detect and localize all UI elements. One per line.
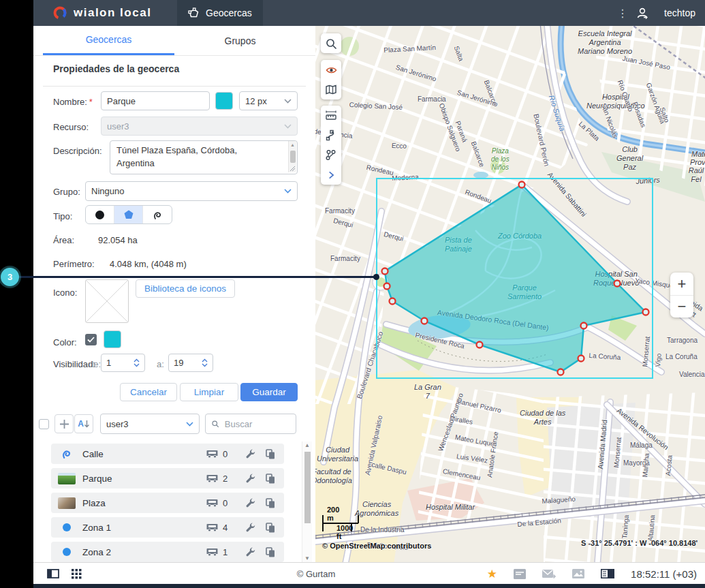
wrench-icon (245, 523, 255, 533)
cancel-button[interactable]: Cancelar (120, 383, 177, 401)
chevron-down-icon (284, 124, 292, 129)
geofence-vertex-handle[interactable] (643, 309, 649, 315)
route-tool-button[interactable] (321, 125, 341, 145)
geofence-vertex-handle[interactable] (519, 182, 525, 188)
copy-geofence-button[interactable] (264, 523, 277, 533)
description-textarea[interactable]: Túnel Plaza España, Córdoba, Argentina (110, 140, 298, 174)
edit-geofence-button[interactable] (243, 547, 257, 557)
geofence-list-item[interactable]: Zona 1 4 (51, 517, 284, 538)
wrench-icon (245, 498, 255, 508)
geofence-color-swatch[interactable] (104, 330, 121, 348)
copy-icon (266, 449, 275, 459)
copy-icon (266, 474, 275, 484)
list-scrollbar[interactable]: ▲▼ (302, 442, 312, 562)
notes-icon[interactable] (514, 569, 526, 579)
ruler-icon (325, 110, 337, 122)
group-select[interactable]: Ninguno (85, 181, 298, 201)
geofence-vertex-handle[interactable] (614, 281, 621, 287)
geofence-polygon[interactable] (385, 185, 646, 372)
edit-geofence-button[interactable] (243, 523, 257, 533)
mail-icon[interactable] (542, 569, 556, 579)
search-input[interactable] (223, 418, 290, 430)
nodes-tool-button[interactable] (321, 145, 341, 165)
geofence-polygon-icon (188, 7, 200, 18)
select-all-checkbox[interactable] (39, 419, 49, 429)
more-menu-icon[interactable]: ⋮ (617, 12, 621, 15)
visibility-to-stepper[interactable]: 19 (168, 354, 213, 372)
geofence-vertex-handle[interactable] (384, 283, 390, 290)
color-checkbox[interactable] (85, 334, 97, 345)
geofence-vertex-handle[interactable] (422, 318, 428, 324)
user-account-icon[interactable] (636, 7, 649, 20)
label-color-swatch[interactable] (215, 92, 233, 110)
copy-geofence-button[interactable] (264, 474, 277, 484)
sort-button[interactable]: A (74, 414, 93, 433)
type-polygon-button[interactable] (114, 206, 143, 223)
copy-geofence-button[interactable] (264, 547, 277, 557)
zoom-out-button[interactable]: − (670, 295, 693, 318)
add-geofence-button[interactable] (54, 414, 74, 433)
clear-button[interactable]: Limpiar (180, 383, 238, 401)
type-line-button[interactable] (143, 206, 172, 223)
geofence-type-switch (85, 205, 172, 224)
tab-groups[interactable]: Grupos (174, 26, 306, 55)
geofence-vertex-handle[interactable] (477, 342, 483, 348)
search-box[interactable] (205, 414, 296, 434)
description-scrollbar[interactable]: ▲ (288, 141, 296, 172)
copy-geofence-button[interactable] (264, 449, 277, 459)
image-icon[interactable] (572, 569, 584, 578)
geofence-list-item[interactable]: Plaza 0 (51, 493, 284, 513)
expand-controls-button[interactable] (321, 165, 341, 185)
visibility-from-stepper[interactable]: 1 (101, 354, 145, 372)
app-tab-geofences[interactable]: Geocercas (177, 0, 263, 26)
icon-library-button[interactable]: Biblioteca de iconos (136, 279, 235, 298)
tab-geofences[interactable]: Geocercas (43, 26, 174, 55)
geofence-vertex-handle[interactable] (390, 298, 396, 305)
user-name[interactable]: techtop (664, 7, 695, 18)
map-container[interactable]: Plaza San MartínSan JerónimoSan Jerónimo… (315, 26, 705, 562)
copyright[interactable]: © Gurtam (275, 563, 357, 585)
geofence-vertex-handle[interactable] (382, 268, 388, 275)
name-input[interactable] (101, 91, 210, 110)
edit-geofence-button[interactable] (243, 449, 257, 459)
label-size-select[interactable]: 12 px (239, 91, 298, 110)
map-view-controls (321, 60, 341, 99)
wialon-logo: wialon local (52, 5, 151, 20)
map-layers-button[interactable] (321, 80, 341, 99)
geofence-vertex-handle[interactable] (581, 323, 587, 329)
geofence-vertex-handle[interactable] (558, 369, 564, 375)
geofence-vertex-handle[interactable] (578, 356, 584, 362)
resize-handle-icon[interactable] (289, 165, 296, 172)
geofence-list-item[interactable]: Calle 0 (51, 444, 284, 464)
plus-icon (59, 419, 69, 429)
map-attribution[interactable]: © OpenStreetMap contributors (322, 542, 431, 550)
copy-geofence-button[interactable] (264, 498, 277, 508)
ruler-tool-button[interactable] (321, 106, 341, 125)
favorites-star-icon[interactable]: ★ (487, 568, 497, 580)
apps-grid-icon[interactable] (72, 569, 82, 579)
edit-geofence-button[interactable] (243, 498, 257, 508)
icon-preview-box[interactable] (85, 279, 129, 323)
arrow-down-icon (84, 420, 90, 428)
zoom-in-button[interactable]: + (670, 273, 693, 295)
color-label: Color: (53, 337, 77, 347)
map-tool-controls (321, 106, 341, 185)
edit-geofence-button[interactable] (243, 474, 257, 484)
stepper-arrows-icon[interactable] (134, 358, 140, 367)
geofence-list-item[interactable]: Parque 2 (51, 468, 284, 489)
scale-imperial: 1000 ft (336, 524, 353, 540)
geofence-list-item[interactable]: Zona 2 1 (51, 542, 284, 562)
stepper-arrows-icon[interactable] (202, 358, 208, 367)
scrollbar-thumb[interactable] (304, 452, 311, 523)
type-circle-button[interactable] (86, 206, 114, 223)
list-resource-select[interactable]: user3 (100, 414, 200, 434)
save-button[interactable]: Guardar (240, 383, 298, 401)
split-view-icon[interactable] (601, 569, 614, 578)
perimeter-value: 4.048 km, (4048 m) (110, 259, 187, 269)
visibility-eye-button[interactable] (321, 60, 341, 80)
bottom-edge (33, 584, 705, 588)
wialon-logo-icon (52, 5, 67, 20)
sidebar-toggle-icon[interactable] (47, 569, 59, 578)
chevron-down-icon (186, 422, 193, 427)
map-search-button[interactable] (321, 33, 341, 53)
